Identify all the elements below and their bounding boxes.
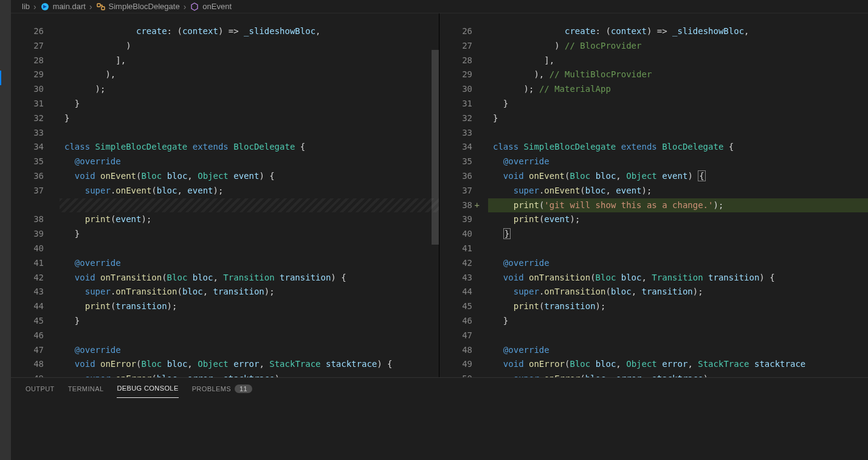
bottom-panel: OUTPUT TERMINAL DEBUG CONSOLE PROBLEMS11 <box>11 377 868 460</box>
line-number: 32 <box>439 111 488 126</box>
diff-modified-pane[interactable]: 2627282930313233343536373839404142434445… <box>439 13 868 377</box>
line-number: 43 <box>11 285 60 299</box>
line-number: 41 <box>11 256 60 271</box>
line-number: 48 <box>439 343 488 358</box>
code-line[interactable]: print(transition); <box>60 299 439 314</box>
class-icon <box>96 2 106 12</box>
code-line[interactable]: print('git will show this as a change.')… <box>488 198 868 213</box>
line-number: 44 <box>439 285 488 299</box>
code-line[interactable]: ); // MaterialApp <box>488 82 868 97</box>
code-line[interactable] <box>488 126 868 141</box>
line-number: 41 <box>439 242 488 256</box>
code-line[interactable]: @override <box>60 343 439 358</box>
line-number: 46 <box>11 329 60 343</box>
code-line[interactable]: ) <box>60 39 439 54</box>
code-line[interactable] <box>60 126 439 141</box>
code-line[interactable]: print(transition); <box>488 299 868 314</box>
breadcrumb-file[interactable]: main.dart <box>40 2 86 12</box>
code-line[interactable]: create: (context) => _slideshowBloc, <box>60 24 439 39</box>
code-line[interactable]: ) // BlocProvider <box>488 39 868 54</box>
activity-indicator <box>0 71 1 85</box>
code-line[interactable]: void onError(Bloc bloc, Object error, St… <box>488 357 868 372</box>
code-line[interactable] <box>60 242 439 256</box>
line-number: 48 <box>11 357 60 372</box>
code-line[interactable]: void onEvent(Bloc bloc, Object event) { <box>60 169 439 184</box>
line-number: 29 <box>11 68 60 82</box>
chevron-right-icon: › <box>89 2 92 12</box>
code-line[interactable] <box>60 198 439 213</box>
breadcrumb-method[interactable]: onEvent <box>190 2 232 12</box>
code-line[interactable] <box>60 329 439 343</box>
line-number: 40 <box>439 227 488 242</box>
code-line[interactable]: super.onTransition(bloc, transition); <box>60 285 439 299</box>
code-line[interactable]: print(event); <box>60 212 439 227</box>
line-number: 30 <box>439 82 488 97</box>
code-line[interactable]: super.onEvent(bloc, event); <box>488 184 868 198</box>
code-line[interactable]: } <box>488 97 868 111</box>
diff-original-pane[interactable]: 262728293031323334353637 383940414243444… <box>11 13 439 377</box>
code-line[interactable]: } <box>488 227 868 242</box>
code-area-left[interactable]: create: (context) => _slideshowBloc, ) ]… <box>60 13 439 377</box>
vertical-scrollbar[interactable] <box>430 13 439 377</box>
code-line[interactable]: @override <box>60 256 439 271</box>
code-line[interactable]: super.onError(bloc, error, stacktrace); <box>60 372 439 377</box>
line-number: 31 <box>11 97 60 111</box>
code-line[interactable]: ), <box>60 68 439 82</box>
code-line[interactable]: } <box>60 111 439 126</box>
diff-editor: 262728293031323334353637 383940414243444… <box>11 13 868 377</box>
code-line[interactable] <box>488 242 868 256</box>
code-line[interactable] <box>488 329 868 343</box>
chevron-right-icon: › <box>184 2 187 12</box>
code-line[interactable]: super.onEvent(bloc, event); <box>60 184 439 198</box>
line-gutter-right: 2627282930313233343536373839404142434445… <box>439 13 488 377</box>
code-line[interactable]: } <box>60 227 439 242</box>
breadcrumb-class[interactable]: SimpleBlocDelegate <box>96 2 180 12</box>
code-line[interactable]: } <box>60 314 439 329</box>
line-number: 29 <box>439 68 488 82</box>
code-line[interactable]: print(event); <box>488 212 868 227</box>
line-number: 32 <box>11 111 60 126</box>
svg-rect-2 <box>102 7 105 10</box>
code-line[interactable]: ); <box>60 82 439 97</box>
code-line[interactable]: void onTransition(Bloc bloc, Transition … <box>60 271 439 285</box>
code-line[interactable]: super.onError(bloc, error, stacktrace); <box>488 372 868 377</box>
tab-problems[interactable]: PROBLEMS11 <box>192 383 252 398</box>
line-number: 40 <box>11 242 60 256</box>
code-line[interactable]: @override <box>488 256 868 271</box>
line-number: 35 <box>11 155 60 169</box>
tab-output[interactable]: OUTPUT <box>26 383 55 398</box>
line-number: 39 <box>439 212 488 227</box>
code-line[interactable]: ), // MultiBlocProvider <box>488 68 868 82</box>
code-line[interactable]: } <box>60 97 439 111</box>
code-line[interactable]: } <box>488 314 868 329</box>
code-line[interactable]: super.onTransition(bloc, transition); <box>488 285 868 299</box>
svg-rect-1 <box>97 4 100 7</box>
code-area-right[interactable]: create: (context) => _slideshowBloc, ) /… <box>488 13 868 377</box>
code-line[interactable]: void onTransition(Bloc bloc, Transition … <box>488 271 868 285</box>
code-line[interactable]: @override <box>60 155 439 169</box>
line-number: 35 <box>439 155 488 169</box>
code-line[interactable]: ], <box>60 54 439 68</box>
activity-bar[interactable] <box>0 0 11 460</box>
breadcrumb-folder[interactable]: lib <box>22 2 30 11</box>
line-number: 46 <box>439 314 488 329</box>
line-number: 36 <box>439 169 488 184</box>
tab-debug-console[interactable]: DEBUG CONSOLE <box>117 382 178 398</box>
code-line[interactable]: void onEvent(Bloc bloc, Object event) { <box>488 169 868 184</box>
tab-terminal[interactable]: TERMINAL <box>68 383 104 398</box>
code-line[interactable]: class SimpleBlocDelegate extends BlocDel… <box>488 140 868 155</box>
code-line[interactable]: ], <box>488 54 868 68</box>
line-number: 34 <box>11 140 60 155</box>
code-line[interactable]: @override <box>488 155 868 169</box>
line-number: 31 <box>439 97 488 111</box>
breadcrumb[interactable]: lib › main.dart › SimpleBlocDelegate › o… <box>11 0 868 13</box>
scrollbar-thumb[interactable] <box>432 50 439 245</box>
line-number: 37 <box>439 184 488 198</box>
code-line[interactable]: } <box>488 111 868 126</box>
code-line[interactable]: class SimpleBlocDelegate extends BlocDel… <box>60 140 439 155</box>
code-line[interactable]: void onError(Bloc bloc, Object error, St… <box>60 357 439 372</box>
line-number: 33 <box>439 126 488 141</box>
line-number: 50 <box>439 372 488 377</box>
code-line[interactable]: @override <box>488 343 868 358</box>
code-line[interactable]: create: (context) => _slideshowBloc, <box>488 24 868 39</box>
